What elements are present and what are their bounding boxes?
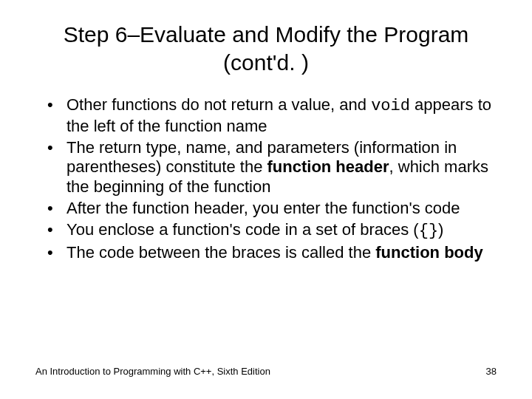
slide-footer: An Introduction to Programming with C++,… xyxy=(35,366,497,377)
code-text: void xyxy=(371,97,410,115)
slide-number: 38 xyxy=(486,366,497,377)
bullet-text: The code between the braces is called th… xyxy=(66,243,375,262)
list-item: After the function header, you enter the… xyxy=(47,199,497,219)
list-item: You enclose a function's code in a set o… xyxy=(47,220,497,242)
bullet-text: ) xyxy=(438,220,443,239)
list-item: Other functions do not return a value, a… xyxy=(47,95,497,137)
code-text: {} xyxy=(419,222,438,240)
bold-text: function body xyxy=(375,243,482,262)
bullet-text: Other functions do not return a value, a… xyxy=(66,95,371,114)
list-item: The return type, name, and parameters (i… xyxy=(47,138,497,197)
bullet-text: After the function header, you enter the… xyxy=(66,199,460,217)
slide-title: Step 6–Evaluate and Modify the Program (… xyxy=(52,21,480,76)
list-item: The code between the braces is called th… xyxy=(47,243,497,263)
bold-text: function header xyxy=(267,157,389,176)
bullet-text: You enclose a function's code in a set o… xyxy=(66,220,419,239)
footer-source: An Introduction to Programming with C++,… xyxy=(35,366,270,377)
bullet-list: Other functions do not return a value, a… xyxy=(35,95,497,263)
